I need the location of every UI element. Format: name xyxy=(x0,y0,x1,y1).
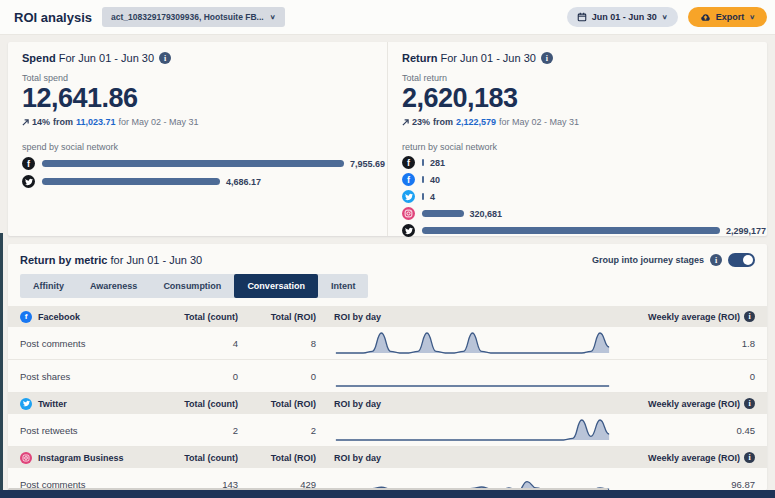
facebook-dark-icon: f xyxy=(402,156,415,169)
account-dropdown[interactable]: act_108329179309936, Hootsuite FB... ∨ xyxy=(102,7,284,27)
metric-name: Post shares xyxy=(20,371,178,382)
metric-count: 0 xyxy=(178,371,238,382)
spend-bar-facebook-bar xyxy=(42,160,344,167)
return-change-from: from xyxy=(433,117,453,127)
table-row-ig-post-comments: Post comments 143 429 96.87 xyxy=(8,468,767,490)
tab-consumption[interactable]: Consumption xyxy=(150,274,234,298)
spend-prev-period: for May 02 - May 31 xyxy=(119,117,199,127)
spend-bar-twitter-value: 4,686.17 xyxy=(226,177,261,187)
spend-prev-value-link[interactable]: 11,023.71 xyxy=(76,117,116,127)
top-bar: ROI analysis act_108329179309936, Hootsu… xyxy=(0,0,775,35)
col-header-roi: Total (ROI) xyxy=(238,399,316,409)
col-header-weekly: Weekly average (ROI) i xyxy=(617,452,755,463)
return-bar-instagram: 320,681 xyxy=(402,207,753,220)
metric-count: 2 xyxy=(178,425,238,436)
group-name: Twitter xyxy=(38,399,67,409)
export-label: Export xyxy=(716,12,745,22)
return-bar-2-value: 40 xyxy=(430,175,440,185)
return-prev-value-link[interactable]: 2,122,579 xyxy=(456,117,496,127)
group-name: Facebook xyxy=(38,312,80,322)
total-return-label: Total return xyxy=(402,73,753,83)
return-bar-1-value: 281 xyxy=(430,158,445,168)
account-dropdown-label: act_108329179309936, Hootsuite FB... xyxy=(111,12,264,22)
table-row-tw-post-retweets: Post retweets 2 2 0.45 xyxy=(8,414,767,447)
metric-weekly-avg: 96.87 xyxy=(617,479,755,490)
total-spend-label: Total spend xyxy=(22,73,373,83)
col-header-weekly: Weekly average (ROI) i xyxy=(617,311,755,322)
return-change-pct: 23% xyxy=(412,117,430,127)
total-spend-value: 12,641.86 xyxy=(22,83,373,114)
twitter-blue-icon xyxy=(20,398,32,410)
twitter-dark-icon xyxy=(22,175,35,188)
return-bar-twitter-dark: 2,299,177 xyxy=(402,224,753,237)
spend-bar-facebook-value: 7,955.69 xyxy=(350,159,385,169)
spend-by-network-label: spend by social network xyxy=(22,142,373,152)
info-icon[interactable]: i xyxy=(744,452,755,463)
tab-intent[interactable]: Intent xyxy=(318,274,369,298)
return-bar-4-value: 320,681 xyxy=(470,209,503,219)
metric-weekly-avg: 0.45 xyxy=(617,425,755,436)
group-name-cell: Twitter xyxy=(20,398,178,410)
col-header-count: Total (count) xyxy=(178,312,238,322)
metric-count: 4 xyxy=(178,338,238,349)
group-name-cell: f Facebook xyxy=(20,311,178,323)
group-name: Instagram Business xyxy=(38,453,124,463)
arrow-up-right-icon xyxy=(402,119,409,126)
tab-affinity[interactable]: Affinity xyxy=(20,274,77,298)
spend-change-from: from xyxy=(53,117,73,127)
spend-panel: Spend For Jun 01 - Jun 30 i Total spend … xyxy=(8,42,387,236)
export-cloud-icon xyxy=(700,13,711,22)
date-range-label: Jun 01 - Jun 30 xyxy=(592,12,657,22)
table-row-fb-post-shares: Post shares 0 0 0 xyxy=(8,360,767,393)
weekly-header-label: Weekly average (ROI) xyxy=(648,453,740,463)
export-button[interactable]: Export ∨ xyxy=(688,7,767,27)
return-title: Return For Jun 01 - Jun 30 i xyxy=(402,52,753,64)
spend-bar-twitter: 4,686.17 xyxy=(22,175,373,188)
calendar-icon xyxy=(577,12,587,22)
info-icon[interactable]: i xyxy=(541,52,553,64)
tab-conversation[interactable]: Conversation xyxy=(234,274,318,298)
info-icon[interactable]: i xyxy=(710,254,722,266)
col-header-roi: Total (ROI) xyxy=(238,453,316,463)
return-bar-twitter-blue: 4 xyxy=(402,190,753,203)
return-period: For Jun 01 - Jun 30 xyxy=(441,52,536,64)
group-header-twitter: Twitter Total (count) Total (ROI) ROI by… xyxy=(8,393,767,414)
spend-change-pct: 14% xyxy=(32,117,50,127)
return-title-word: Return xyxy=(402,52,437,64)
return-by-network-label: return by social network xyxy=(402,142,753,152)
return-change-line: 23% from 2,122,579 for May 02 - May 31 xyxy=(402,117,753,127)
metric-name: Post comments xyxy=(20,338,178,349)
return-panel: Return For Jun 01 - Jun 30 i Total retur… xyxy=(387,42,767,236)
toggle-knob xyxy=(743,255,753,265)
date-range-picker[interactable]: Jun 01 - Jun 30 ∨ xyxy=(567,7,678,27)
return-bar-5-value: 2,299,177 xyxy=(726,226,766,236)
bottom-bar xyxy=(0,490,775,498)
info-icon[interactable]: i xyxy=(744,311,755,322)
metrics-period: for Jun 01 - Jun 30 xyxy=(110,254,202,266)
return-bar-3 xyxy=(422,193,424,200)
spend-bar-facebook: f 7,955.69 xyxy=(22,157,373,170)
metrics-title-word: Return by metric xyxy=(20,254,107,266)
return-bar-1 xyxy=(422,159,424,166)
col-header-count: Total (count) xyxy=(178,453,238,463)
spend-period: For Jun 01 - Jun 30 xyxy=(59,52,154,64)
return-bar-5 xyxy=(422,227,720,234)
tab-awareness[interactable]: Awareness xyxy=(77,274,150,298)
chevron-down-icon: ∨ xyxy=(749,13,755,20)
info-icon[interactable]: i xyxy=(159,52,171,64)
col-header-count: Total (count) xyxy=(178,399,238,409)
col-header-roi-by-day: ROI by day xyxy=(334,399,617,409)
arrow-up-right-icon xyxy=(22,119,29,126)
spend-bar-twitter-bar xyxy=(42,178,220,185)
twitter-blue-icon xyxy=(402,190,415,203)
twitter-dark-icon xyxy=(402,224,415,237)
info-icon[interactable]: i xyxy=(744,398,755,409)
roi-sparkline xyxy=(334,329,617,357)
return-bar-facebook-blue: f 40 xyxy=(402,173,753,186)
return-bar-2 xyxy=(422,176,424,183)
spend-title-word: Spend xyxy=(22,52,56,64)
journey-stages-toggle[interactable] xyxy=(728,253,755,267)
facebook-blue-icon: f xyxy=(402,173,415,186)
spend-return-card: Spend For Jun 01 - Jun 30 i Total spend … xyxy=(8,42,767,236)
spend-change-line: 14% from 11,023.71 for May 02 - May 31 xyxy=(22,117,373,127)
